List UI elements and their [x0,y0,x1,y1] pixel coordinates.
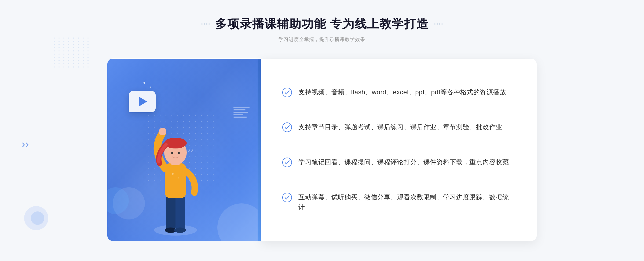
check-icon-4 [282,193,292,202]
header-section: 多项录播课辅助功能 专为线上教学打造 学习进度全掌握，提升录播课教学效果 [201,16,443,43]
feature-text-1: 支持视频、音频、flash、word、excel、ppt、pdf等各种格式的资源… [298,87,506,97]
left-chevrons: › › [21,138,29,151]
check-icon-3 [282,158,292,167]
feature-text-4: 互动弹幕、试听购买、微信分享、观看次数限制、学习进度跟踪、数据统计 [298,192,515,213]
svg-point-16 [283,158,292,167]
svg-point-11 [178,152,180,154]
circle-decoration-large [217,203,258,241]
svg-point-6 [159,128,166,135]
feature-item-2: 支持章节目录、弹题考试、课后练习、课后作业、章节测验、批改作业 [282,114,515,140]
features-card: 支持视频、音频、flash、word、excel、ppt、pdf等各种格式的资源… [261,59,537,241]
svg-rect-1 [166,195,175,230]
feature-text-2: 支持章节目录、弹题考试、课后练习、课后作业、章节测验、批改作业 [298,122,502,132]
bottom-circle-inner [31,211,44,225]
stripe-decoration [233,107,250,128]
svg-rect-2 [175,195,185,230]
svg-point-17 [283,193,292,202]
title-decoration-right [434,23,443,25]
title-row: 多项录播课辅助功能 专为线上教学打造 [201,16,443,32]
svg-point-13 [178,177,179,178]
sparkle-small-icon: ✦ [149,85,152,89]
feature-item-4: 互动弹幕、试听购买、微信分享、观看次数限制、学习进度跟踪、数据统计 [282,185,515,220]
feature-item-1: 支持视频、音频、flash、word、excel、ppt、pdf等各种格式的资源… [282,80,515,105]
illustration-card: ✦ ✦ › › [107,59,258,241]
sparkle-icon: ✦ [142,80,146,86]
page-title: 多项录播课辅助功能 专为线上教学打造 [215,16,429,32]
check-icon-1 [282,88,292,97]
check-icon-2 [282,122,292,132]
svg-point-10 [171,152,173,154]
content-area: ✦ ✦ › › [107,59,537,241]
feature-text-3: 学习笔记回看、课程提问、课程评论打分、课件资料下载，重点内容收藏 [298,157,509,167]
svg-point-14 [283,88,292,97]
feature-item-3: 学习笔记回看、课程提问、课程评论打分、课件资料下载，重点内容收藏 [282,150,515,175]
bg-dots-left: // will be done inline [54,38,90,68]
svg-point-4 [174,228,186,233]
person-illustration [141,102,210,241]
page-wrapper: 多项录播课辅助功能 专为线上教学打造 学习进度全掌握，提升录播课教学效果 [0,0,644,261]
page-subtitle: 学习进度全掌握，提升录播课教学效果 [201,36,443,43]
chevron-left-1: › [21,138,25,151]
svg-point-9 [164,138,187,148]
svg-point-12 [172,173,174,175]
vertical-bar [258,59,261,241]
title-decoration-left [201,23,210,25]
chevron-left-2: › [25,138,29,151]
svg-point-15 [283,123,292,132]
